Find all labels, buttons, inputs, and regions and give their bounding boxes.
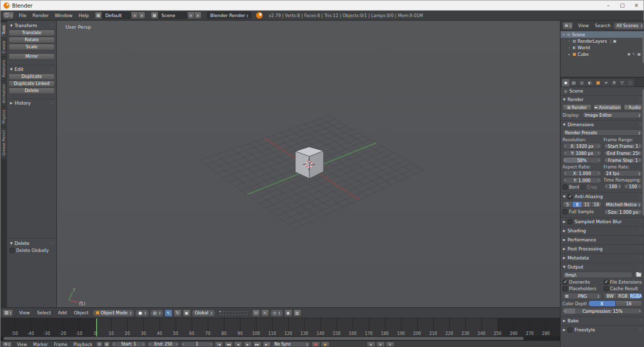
editor-type-selector[interactable]: ≡ [562, 22, 573, 30]
aa-samples-8[interactable]: 8 [573, 202, 582, 207]
delete-button[interactable]: Delete [9, 88, 55, 94]
color-mode-rgb[interactable]: RGB [617, 293, 630, 299]
edit-panel-header[interactable]: Edit [8, 65, 56, 73]
color-depth-8[interactable]: 8 [589, 301, 616, 306]
resolution-x-field[interactable]: X: 1920 px [562, 143, 602, 149]
maximize-button[interactable]: □ [615, 1, 629, 10]
antialiasing-panel-header[interactable]: Anti-Aliasing [560, 193, 644, 200]
tab-tools[interactable]: Tools [1, 22, 7, 37]
end-frame-field[interactable]: End: 250 [147, 341, 180, 347]
snap-toggle[interactable]: ∩ [261, 309, 269, 317]
layer-12[interactable] [222, 313, 224, 316]
scene-name[interactable]: Scene [158, 12, 188, 19]
layer-14[interactable] [228, 313, 230, 316]
properties-tab-modifiers[interactable]: ⚙ [610, 79, 618, 86]
opengl-render-anim-button[interactable]: ▥ [293, 309, 301, 317]
outliner-item-scene[interactable]: ▾ ◎ Scene [560, 31, 644, 38]
layer-11[interactable] [219, 313, 221, 316]
start-frame-field[interactable]: Start Frame: 1 [604, 143, 643, 149]
opengl-render-still-button[interactable]: ◉ [284, 309, 292, 317]
duplicate-button[interactable]: Duplicate [9, 73, 55, 80]
file-format-select[interactable]: ▦PNG [562, 293, 602, 299]
layer-8[interactable] [240, 310, 243, 313]
layer-9[interactable] [243, 310, 246, 313]
layer-3[interactable] [225, 310, 227, 313]
transform-orientation-select[interactable]: Global [192, 309, 215, 317]
layer-18[interactable] [240, 313, 243, 316]
viewport-shading-select[interactable]: ● [135, 309, 149, 317]
open-folder-button[interactable] [634, 272, 642, 278]
play-button[interactable]: ▶ [244, 341, 252, 347]
use-preview-range-toggle[interactable]: ◔ [96, 341, 103, 347]
delete-screen-button[interactable]: × [138, 12, 145, 19]
bake-header[interactable]: Bake [560, 317, 644, 324]
output-path-field[interactable]: /tmp\ [562, 272, 633, 278]
current-frame-field[interactable]: 1 [181, 341, 214, 347]
render-button[interactable]: ▦Render [562, 104, 592, 111]
border-checkbox[interactable] [562, 185, 568, 190]
metadata-header[interactable]: Metadata [560, 254, 644, 262]
compression-slider[interactable]: Compression: 15% [562, 308, 642, 314]
jump-to-start-button[interactable]: |◀ [215, 341, 223, 347]
post-processing-header[interactable]: Post Processing [560, 245, 644, 252]
render-audio-button[interactable]: ♪Audio [623, 104, 642, 111]
aa-size-field[interactable]: Size: 1.000 px [604, 209, 643, 215]
transform-panel-header[interactable]: Transform [8, 22, 56, 29]
editor-type-selector[interactable]: ◔ [2, 341, 12, 347]
menu-view[interactable]: View [575, 23, 592, 28]
file-extensions-checkbox[interactable] [604, 280, 609, 285]
menu-select[interactable]: Select [34, 310, 54, 315]
aa-samples-11[interactable]: 11 [582, 202, 592, 207]
delete-keyframe-button[interactable]: ⊖ [386, 341, 394, 347]
start-frame-field[interactable]: Start: 1 [111, 341, 146, 347]
time-remap-old-field[interactable]: 100 [604, 183, 623, 190]
manipulator-scale-toggle[interactable]: ▣ [183, 309, 191, 317]
current-frame-marker[interactable] [96, 318, 97, 336]
render-animation-button[interactable]: ▬Animation [593, 104, 622, 111]
mode-select[interactable]: Object Mode [93, 309, 134, 317]
aspect-x-field[interactable]: X: 1.000 [562, 170, 602, 177]
prev-keyframe-button[interactable]: ◀◀ [224, 341, 233, 347]
selectability-arrow-icon[interactable]: ↖ [632, 52, 636, 56]
timeline-scrollbar[interactable] [1, 336, 560, 340]
lock-to-scene-toggle[interactable]: ⊡ [252, 309, 260, 317]
dimensions-panel-header[interactable]: Dimensions [560, 121, 644, 128]
manipulator-translate-toggle[interactable]: ↖ [165, 309, 173, 317]
placeholders-checkbox[interactable] [562, 286, 568, 291]
layer-4[interactable] [228, 310, 230, 313]
menu-file[interactable]: File [16, 13, 30, 18]
minimize-button[interactable]: – [601, 1, 615, 10]
outliner-item-renderlayers[interactable]: ∘ ▤ RenderLayers | ▣ [560, 38, 644, 44]
aspect-y-field[interactable]: Y: 1.000 [562, 177, 602, 184]
aa-filter-select[interactable]: Mitchell-Netravali [604, 201, 643, 208]
cache-result-checkbox[interactable] [604, 286, 609, 291]
cube-object[interactable] [295, 147, 324, 179]
tab-grease-pencil[interactable]: Grease Pencil [1, 127, 7, 159]
auto-keyframe-record-button[interactable]: ● [311, 341, 320, 347]
manipulator-rotate-toggle[interactable]: ↻ [174, 309, 182, 317]
menu-marker[interactable]: Marker [31, 342, 50, 347]
visibility-eye-icon[interactable]: ◉ [627, 52, 631, 56]
properties-tab-render[interactable]: ◉ [562, 79, 570, 86]
menu-help[interactable]: Help [75, 13, 92, 18]
full-sample-checkbox[interactable] [562, 209, 568, 214]
properties-tab-object-data[interactable]: ▽ [618, 79, 626, 86]
color-mode-bw[interactable]: BW [604, 293, 617, 299]
layer-17[interactable] [237, 313, 239, 316]
menu-object[interactable]: Object [71, 310, 92, 315]
render-presets-select[interactable]: Render Presets [562, 129, 642, 136]
properties-tab-physics[interactable]: ◌ [626, 79, 634, 86]
menu-playback[interactable]: Playback [71, 342, 95, 347]
frame-step-field[interactable]: Frame Step: 1 [604, 157, 643, 163]
time-remap-new-field[interactable]: 100 [623, 183, 642, 190]
resolution-percentage-slider[interactable]: 50% [562, 157, 602, 163]
layer-7[interactable] [237, 310, 239, 313]
menu-view[interactable]: View [15, 342, 30, 347]
browse-scenes-icon[interactable]: ▦ [150, 12, 158, 19]
shading-header[interactable]: Shading [560, 227, 644, 234]
translate-button[interactable]: Translate [9, 30, 55, 36]
render-engine-select[interactable]: Blender Render [207, 12, 252, 19]
layer-15[interactable] [231, 313, 233, 316]
layer-13[interactable] [225, 313, 227, 316]
menu-frame[interactable]: Frame [51, 342, 69, 347]
